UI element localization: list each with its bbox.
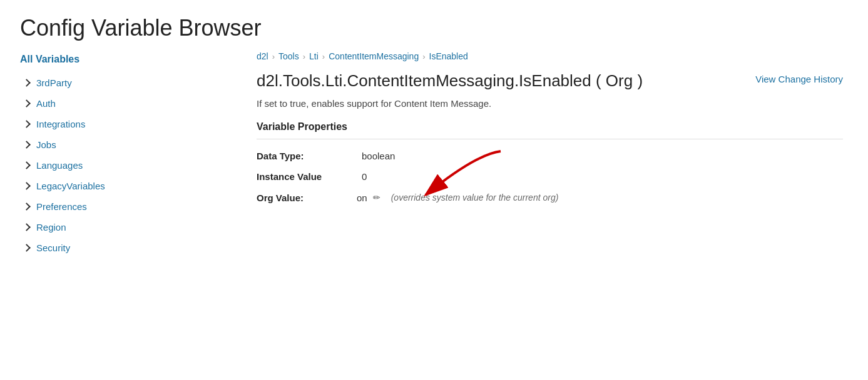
breadcrumb-lti[interactable]: Lti	[309, 51, 319, 61]
chevron-right-icon	[23, 223, 31, 232]
sidebar-item-label: LegacyVariables	[36, 181, 105, 191]
breadcrumb-separator: ›	[422, 52, 425, 61]
breadcrumb-contentitemmessaging[interactable]: ContentItemMessaging	[329, 51, 419, 61]
instance-value: 0	[362, 171, 367, 182]
sidebar-item-label: Auth	[36, 98, 56, 109]
sidebar: All Variables 3rdParty Auth Integrations…	[0, 51, 232, 380]
data-type-value: boolean	[362, 151, 395, 161]
page-container: Config Variable Browser All Variables 3r…	[0, 0, 868, 380]
chevron-right-icon	[23, 99, 31, 108]
instance-value-label: Instance Value	[257, 171, 357, 182]
sidebar-item-jobs[interactable]: Jobs	[20, 134, 219, 155]
sidebar-item-label: Jobs	[36, 139, 56, 150]
instance-value-row: Instance Value 0	[257, 171, 843, 182]
breadcrumb-d2l[interactable]: d2l	[257, 51, 268, 61]
sidebar-item-integrations[interactable]: Integrations	[20, 114, 219, 134]
variable-description: If set to true, enables support for Cont…	[257, 98, 843, 109]
data-type-row: Data Type: boolean	[257, 151, 843, 161]
chevron-right-icon	[23, 202, 31, 211]
breadcrumb-tools[interactable]: Tools	[278, 51, 299, 61]
org-value-row: Org Value: on ✏ (overrides system value …	[257, 192, 843, 203]
chevron-right-icon	[23, 182, 31, 191]
sidebar-item-legacyvariables[interactable]: LegacyVariables	[20, 176, 219, 196]
breadcrumb-separator: ›	[303, 52, 305, 61]
main-layout: All Variables 3rdParty Auth Integrations…	[0, 51, 868, 380]
sidebar-item-label: Languages	[36, 160, 83, 171]
sidebar-item-label: Security	[36, 242, 70, 253]
properties-divider	[257, 139, 843, 139]
sidebar-item-label: Region	[36, 222, 66, 232]
sidebar-item-security[interactable]: Security	[20, 238, 219, 258]
sidebar-item-3rdparty[interactable]: 3rdParty	[20, 72, 219, 93]
chevron-right-icon	[23, 120, 31, 129]
breadcrumb-separator: ›	[322, 52, 325, 61]
org-value-content: on ✏ (overrides system value for the cur…	[357, 192, 558, 203]
view-change-history-link[interactable]: View Change History	[755, 71, 843, 84]
breadcrumb-isenabled: IsEnabled	[429, 51, 468, 61]
sidebar-item-label: Integrations	[36, 119, 85, 129]
edit-icon[interactable]: ✏	[371, 192, 382, 203]
org-value-note: (overrides system value for the current …	[391, 192, 559, 202]
data-type-label: Data Type:	[257, 151, 357, 161]
breadcrumb-separator: ›	[272, 52, 275, 61]
sidebar-all-variables[interactable]: All Variables	[20, 51, 219, 68]
org-value-label: Org Value:	[257, 192, 357, 203]
variable-title: d2l.Tools.Lti.ContentItemMessaging.IsEna…	[257, 71, 755, 91]
sidebar-item-label: 3rdParty	[36, 78, 72, 88]
sidebar-item-region[interactable]: Region	[20, 217, 219, 238]
sidebar-item-preferences[interactable]: Preferences	[20, 196, 219, 217]
chevron-right-icon	[23, 141, 31, 149]
page-title: Config Variable Browser	[0, 0, 868, 51]
sidebar-item-languages[interactable]: Languages	[20, 155, 219, 176]
org-value-text: on	[357, 192, 367, 203]
variable-title-row: d2l.Tools.Lti.ContentItemMessaging.IsEna…	[257, 71, 843, 91]
chevron-right-icon	[23, 244, 31, 252]
chevron-right-icon	[23, 79, 31, 88]
chevron-right-icon	[23, 161, 31, 170]
content-area: d2l › Tools › Lti › ContentItemMessaging…	[232, 51, 868, 380]
sidebar-item-label: Preferences	[36, 201, 87, 212]
variable-properties-title: Variable Properties	[257, 121, 843, 132]
sidebar-item-auth[interactable]: Auth	[20, 93, 219, 114]
breadcrumb: d2l › Tools › Lti › ContentItemMessaging…	[257, 51, 843, 61]
